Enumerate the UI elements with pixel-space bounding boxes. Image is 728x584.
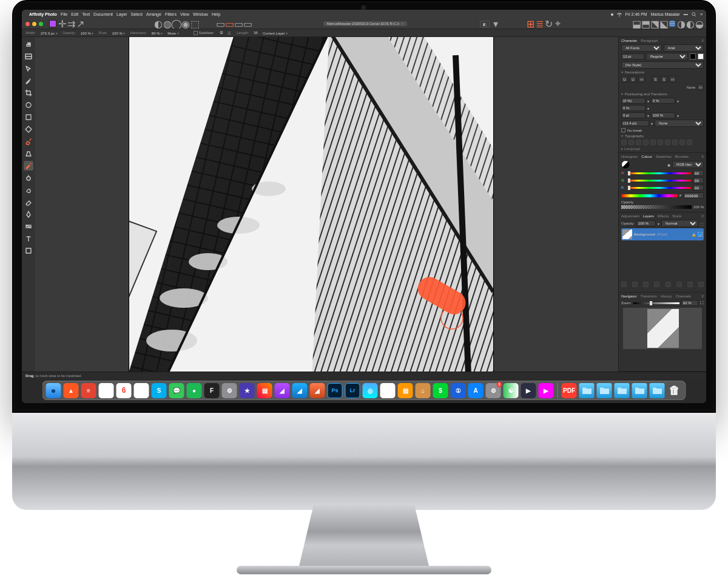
- menu-window[interactable]: Window: [193, 12, 208, 16]
- deco-strike-s2[interactable]: S: [661, 76, 667, 83]
- dock-iawriter[interactable]: iA: [380, 383, 396, 398]
- tab-swatches[interactable]: Swatches: [656, 155, 672, 158]
- dock-imovie[interactable]: ★: [240, 383, 255, 398]
- deco-underline-u1[interactable]: U: [621, 76, 628, 83]
- close-window-button[interactable]: [25, 22, 30, 26]
- swatch-stroke[interactable]: [698, 53, 704, 59]
- opacity-slider[interactable]: [621, 205, 692, 209]
- fullscreen-window-button[interactable]: [39, 22, 43, 26]
- dock-sublime[interactable]: ▤: [398, 383, 413, 398]
- tab-layers[interactable]: Layers: [643, 214, 654, 218]
- tool-clone[interactable]: [24, 149, 33, 158]
- section-typography[interactable]: Typography: [621, 134, 704, 138]
- lp-add-icon[interactable]: [687, 282, 693, 287]
- dock-finder[interactable]: ☻: [46, 383, 61, 398]
- menu-text[interactable]: Text: [82, 12, 90, 16]
- deco-underline-u2[interactable]: U: [630, 76, 636, 83]
- tool-move[interactable]: [24, 64, 33, 73]
- tool-dodge[interactable]: [24, 173, 33, 183]
- dock-iina[interactable]: ▶: [521, 383, 536, 398]
- menu-document[interactable]: Document: [93, 12, 113, 16]
- lp-adjust-icon[interactable]: [632, 282, 638, 287]
- tab-navigator[interactable]: Navigator: [621, 294, 637, 298]
- opacity-value[interactable]: 100 %: [693, 205, 704, 209]
- dock-twitch[interactable]: ▶: [539, 383, 554, 398]
- blend-mode-select[interactable]: Normal: [661, 220, 698, 227]
- tool-flood-select[interactable]: [24, 124, 33, 134]
- zoom-value-input[interactable]: [681, 300, 698, 306]
- document-tab[interactable]: MariusMasalar-20200213-Canon EOS R-C.ti …: [323, 21, 408, 26]
- section-positioning[interactable]: Positioning and Transform: [621, 92, 704, 96]
- arrange-back-icon[interactable]: ⬓: [633, 21, 639, 27]
- tb-link-icon[interactable]: ⇉: [68, 21, 74, 27]
- tray-wifi-icon[interactable]: [617, 12, 622, 17]
- dock-skype[interactable]: S: [152, 383, 167, 398]
- menu-layer[interactable]: Layer: [116, 12, 127, 16]
- tray-user[interactable]: Marius Masalar: [651, 12, 680, 16]
- dock-affinityphoto[interactable]: ◢: [275, 383, 290, 398]
- section-language[interactable]: Language: [624, 147, 641, 151]
- snap-icon[interactable]: ⊞: [528, 21, 534, 27]
- dock-slack[interactable]: #: [99, 383, 114, 398]
- dock-trash[interactable]: 🗑: [667, 383, 682, 398]
- section-decorations[interactable]: Decorations: [621, 70, 704, 74]
- tab-effects[interactable]: Effects: [658, 214, 669, 218]
- layer-opacity-input[interactable]: [636, 220, 656, 226]
- b-value[interactable]: [693, 185, 704, 191]
- tb-share-icon[interactable]: ↗: [77, 21, 83, 27]
- rotate-icon[interactable]: ↻: [546, 21, 552, 27]
- lp-mask-icon[interactable]: [621, 282, 627, 287]
- tray-more-icon[interactable]: •••: [684, 12, 688, 16]
- lp-group-icon[interactable]: [666, 282, 671, 287]
- persona-export-icon[interactable]: ⬚: [192, 21, 198, 27]
- arrange-forward-icon[interactable]: ⬒: [642, 21, 649, 27]
- menu-filters[interactable]: Filters: [165, 12, 177, 16]
- persona-liquify-icon[interactable]: ◍: [164, 21, 170, 27]
- navigator-preview[interactable]: [623, 308, 702, 349]
- font-collection-select[interactable]: All Fonts: [621, 44, 662, 52]
- dock-messages[interactable]: 💬: [169, 383, 184, 398]
- minimize-window-button[interactable]: [32, 22, 36, 26]
- dock-affinitydesigner[interactable]: ◢: [292, 383, 308, 398]
- deco-box2[interactable]: ▭: [669, 76, 676, 83]
- app-menu[interactable]: Affinity Photo: [29, 12, 57, 16]
- pos-e[interactable]: [651, 112, 675, 118]
- tray-cc-icon[interactable]: ≡: [700, 12, 703, 16]
- dock-folderc[interactable]: [632, 383, 647, 398]
- menu-help[interactable]: Help: [212, 12, 220, 16]
- cloud-icon[interactable]: ◒: [696, 21, 703, 27]
- dock-figma[interactable]: F: [204, 383, 220, 398]
- tool-view[interactable]: [24, 52, 33, 61]
- tool-shape[interactable]: [24, 246, 33, 256]
- tab-colour[interactable]: Colour: [641, 155, 652, 158]
- deco-box[interactable]: ▭: [638, 76, 645, 83]
- dock-pdf[interactable]: PDF: [562, 383, 577, 398]
- tab-channels[interactable]: Channels: [675, 294, 690, 298]
- picker-icon[interactable]: ◉: [667, 163, 670, 167]
- help-icon[interactable]: ◐: [687, 21, 693, 27]
- arrange-last-icon[interactable]: ⬕: [661, 21, 667, 27]
- dock-alfred[interactable]: ⌂: [416, 383, 431, 398]
- layer-visible-checkbox[interactable]: ✓: [698, 232, 703, 237]
- ctx-stabiliser-checkbox[interactable]: Stabiliser: [194, 31, 214, 35]
- ctx-length-value[interactable]: 35: [254, 31, 258, 35]
- lp-fx-icon[interactable]: [643, 282, 649, 287]
- persona-tone-icon[interactable]: ◉: [183, 21, 189, 27]
- zoom-fit-icon[interactable]: ⛶: [700, 301, 704, 305]
- document-canvas[interactable]: [129, 37, 493, 372]
- zoom-slider[interactable]: [633, 302, 679, 304]
- dock-todoist[interactable]: ≡: [81, 383, 96, 398]
- quick-mask-icon[interactable]: ◧: [480, 21, 490, 27]
- tool-marquee[interactable]: [24, 112, 33, 122]
- tool-brush[interactable]: [24, 137, 33, 146]
- tool-text[interactable]: [24, 234, 33, 243]
- ctx-opacity-value[interactable]: 100 %: [81, 31, 94, 35]
- dock-colorapp[interactable]: ▤: [257, 383, 272, 398]
- stabiliser-mode-b-icon[interactable]: ☱: [226, 30, 232, 36]
- menu-edit[interactable]: Edit: [71, 12, 78, 16]
- font-family-select[interactable]: Arial: [664, 44, 704, 52]
- tab-stock[interactable]: Stock: [672, 214, 681, 218]
- dock-things[interactable]: ✓: [134, 383, 149, 398]
- tool-crop[interactable]: [24, 88, 33, 98]
- tray-dropbox-icon[interactable]: [611, 13, 613, 16]
